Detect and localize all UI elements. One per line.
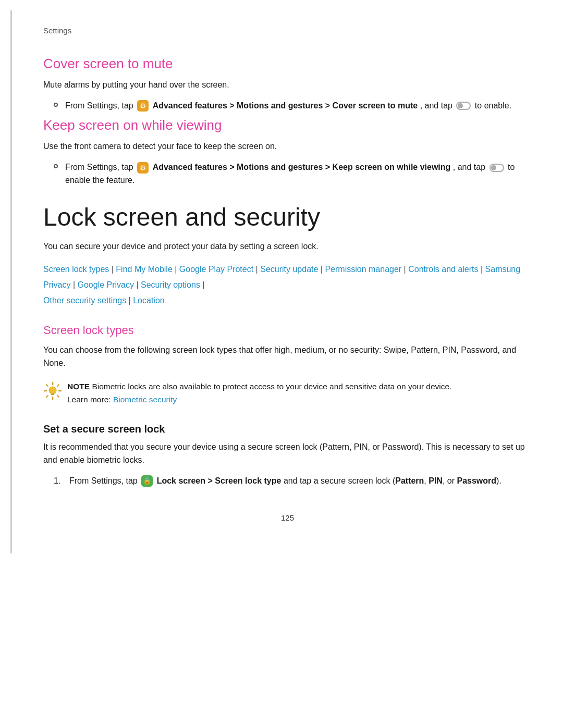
note-content: NOTE Biometric locks are also available … bbox=[67, 380, 451, 406]
links-section: Screen lock types | Find My Mobile | Goo… bbox=[43, 262, 532, 309]
cover-screen-description: Mute alarms by putting your hand over th… bbox=[43, 78, 532, 92]
sep-8: | bbox=[134, 280, 141, 289]
bullet-circle-icon-2 bbox=[54, 164, 58, 168]
cover-screen-title: Cover screen to mute bbox=[43, 56, 532, 72]
sep-3: | bbox=[253, 265, 260, 274]
note-box: NOTE Biometric locks are also available … bbox=[43, 378, 532, 409]
link-location[interactable]: Location bbox=[133, 296, 165, 305]
ks-pre-text: From Settings, tap bbox=[65, 163, 136, 171]
link-google-play-protect[interactable]: Google Play Protect bbox=[179, 265, 253, 274]
note-learn-more-pre: Learn more: bbox=[67, 395, 113, 404]
link-security-update[interactable]: Security update bbox=[260, 265, 318, 274]
page-header: Settings bbox=[43, 26, 532, 35]
keep-screen-title: Keep screen on while viewing bbox=[43, 117, 532, 133]
sep-2: | bbox=[173, 265, 179, 274]
svg-point-8 bbox=[49, 387, 56, 394]
link-google-privacy[interactable]: Google Privacy bbox=[78, 280, 134, 289]
link-biometric-security[interactable]: Biometric security bbox=[113, 395, 177, 404]
ord-password: Password bbox=[457, 476, 496, 485]
ord-post: and tap a secure screen lock ( bbox=[284, 476, 395, 485]
ks-nav-text: Advanced features > Motions and gestures… bbox=[153, 163, 451, 171]
sep-1: | bbox=[109, 265, 116, 274]
ord-or: , or bbox=[443, 476, 457, 485]
page-number: 125 bbox=[43, 513, 532, 522]
link-security-options[interactable]: Security options bbox=[141, 280, 200, 289]
lock-screen-main-description: You can secure your device and protect y… bbox=[43, 240, 532, 253]
set-secure-screen-section: Set a secure screen lock It is recommend… bbox=[43, 423, 532, 488]
ord-close: ). bbox=[496, 476, 501, 485]
bullet-nav-text: Advanced features > Motions and gestures… bbox=[153, 101, 418, 110]
cover-screen-bullet-text: From Settings, tap Advanced features > M… bbox=[65, 99, 532, 113]
keep-screen-description: Use the front camera to detect your face… bbox=[43, 140, 532, 153]
note-label: NOTE bbox=[67, 382, 90, 391]
cover-screen-section: Cover screen to mute Mute alarms by putt… bbox=[43, 56, 532, 112]
toggle-switch-icon-2[interactable] bbox=[489, 164, 504, 172]
ordered-text-1: From Settings, tap Lock screen > Screen … bbox=[69, 474, 501, 488]
toggle-switch-icon[interactable] bbox=[456, 102, 471, 110]
note-bulb-icon bbox=[43, 381, 62, 400]
svg-line-5 bbox=[57, 396, 59, 397]
ord-nav: Lock screen > Screen lock type bbox=[157, 476, 282, 485]
screen-lock-types-description: You can choose from the following screen… bbox=[43, 343, 532, 370]
settings-icon-2 bbox=[137, 162, 149, 174]
ord-pattern: Pattern bbox=[395, 476, 424, 485]
ord-pre: From Settings, tap bbox=[69, 476, 140, 485]
keep-screen-bullet-text: From Settings, tap Advanced features > M… bbox=[65, 161, 532, 187]
link-screen-lock-types[interactable]: Screen lock types bbox=[43, 265, 109, 274]
bullet-pre-text: From Settings, tap bbox=[65, 101, 136, 110]
bullet-post2-text: to enable. bbox=[475, 101, 511, 110]
sep-9: | bbox=[200, 280, 205, 289]
settings-icon bbox=[137, 100, 149, 112]
link-controls-alerts[interactable]: Controls and alerts bbox=[408, 265, 478, 274]
lock-screen-main-title: Lock screen and security bbox=[43, 203, 532, 231]
sep-5: | bbox=[401, 265, 408, 274]
cover-screen-bullet: From Settings, tap Advanced features > M… bbox=[54, 99, 532, 113]
bullet-post-text: , and tap bbox=[420, 101, 455, 110]
svg-line-7 bbox=[46, 396, 48, 397]
set-secure-screen-description: It is recommended that you secure your d… bbox=[43, 440, 532, 467]
sep-6: | bbox=[479, 265, 485, 274]
bullet-circle-icon bbox=[54, 103, 58, 107]
note-text: Biometric locks are also available to pr… bbox=[92, 382, 451, 391]
screen-lock-types-section: Screen lock types You can choose from th… bbox=[43, 324, 532, 488]
ks-post-text: , and tap bbox=[453, 163, 488, 171]
sep-10: | bbox=[126, 296, 133, 305]
page-container: Settings Cover screen to mute Mute alarm… bbox=[10, 10, 563, 553]
keep-screen-section: Keep screen on while viewing Use the fro… bbox=[43, 117, 532, 187]
sep-4: | bbox=[318, 265, 325, 274]
lock-icon bbox=[141, 475, 153, 487]
link-permission-manager[interactable]: Permission manager bbox=[325, 265, 401, 274]
sep-7: | bbox=[70, 280, 77, 289]
svg-line-6 bbox=[57, 385, 59, 386]
ord-comma1: , bbox=[424, 476, 429, 485]
svg-line-4 bbox=[46, 385, 48, 386]
keep-screen-bullet: From Settings, tap Advanced features > M… bbox=[54, 161, 532, 187]
ordered-item-1: 1. From Settings, tap Lock screen > Scre… bbox=[54, 474, 532, 488]
lock-screen-main-section: Lock screen and security You can secure … bbox=[43, 203, 532, 487]
ord-pin: PIN bbox=[429, 476, 443, 485]
link-other-security[interactable]: Other security settings bbox=[43, 296, 126, 305]
ordered-num-1: 1. bbox=[54, 474, 64, 488]
link-find-my-mobile[interactable]: Find My Mobile bbox=[116, 265, 172, 274]
screen-lock-types-title: Screen lock types bbox=[43, 324, 532, 337]
set-secure-screen-title: Set a secure screen lock bbox=[43, 423, 532, 435]
